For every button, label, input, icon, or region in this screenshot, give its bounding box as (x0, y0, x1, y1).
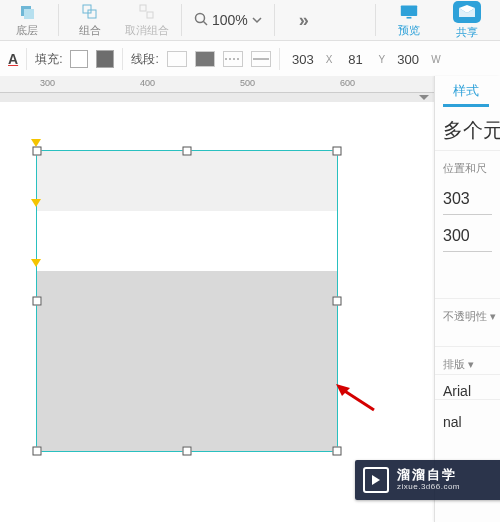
table-row[interactable] (37, 271, 337, 332)
size-w-input[interactable]: 300 (443, 221, 492, 252)
chevron-right-double-icon: » (299, 10, 309, 31)
preview-icon (400, 3, 418, 21)
group-button[interactable]: 组合 (63, 0, 117, 40)
line-style-dashed[interactable] (223, 51, 243, 67)
main-toolbar: 底层 组合 取消组合 100% » 预览 (0, 0, 500, 41)
ruler-tick: 600 (340, 78, 355, 88)
zoom-value: 100% (212, 12, 248, 28)
watermark-title: 溜溜自学 (397, 468, 460, 482)
section-typography-label[interactable]: 排版 ▾ (435, 346, 500, 374)
resize-handle[interactable] (33, 147, 42, 156)
selection-bounds[interactable] (36, 150, 338, 452)
svg-line-12 (340, 388, 374, 410)
row-marker-icon (31, 259, 41, 267)
resize-handle[interactable] (333, 447, 342, 456)
row-marker-icon (31, 199, 41, 207)
resize-handle[interactable] (33, 297, 42, 306)
send-to-back-button[interactable]: 底层 (0, 0, 54, 40)
fill-color-swatch[interactable] (96, 50, 114, 68)
fill-none-swatch[interactable] (70, 50, 88, 68)
table-row[interactable] (37, 391, 337, 451)
share-icon (453, 1, 481, 23)
share-button[interactable]: 共享 (438, 0, 496, 40)
svg-rect-2 (83, 5, 91, 13)
ruler-tick: 400 (140, 78, 155, 88)
watermark-subtitle: zixue.3d66.com (397, 483, 460, 492)
text-color-button[interactable]: A (8, 51, 18, 67)
table-row[interactable] (37, 211, 337, 272)
font-weight-value[interactable]: nal (435, 399, 500, 430)
x-label: X (326, 54, 333, 65)
toolbar-label: 底层 (16, 23, 38, 38)
resize-handle[interactable] (333, 147, 342, 156)
group-icon (81, 3, 99, 21)
chevron-down-icon (252, 12, 262, 28)
separator (375, 4, 376, 36)
w-label: W (431, 54, 440, 65)
line-style-thin[interactable] (251, 51, 271, 67)
style-panel: 样式 多个元 位置和尺 303 300 不透明性 ▾ 排版 ▾ Arial na… (434, 76, 500, 522)
ungroup-icon (138, 3, 156, 21)
line-style-none[interactable] (167, 51, 187, 67)
ruler-tick: 500 (240, 78, 255, 88)
ruler-tick: 300 (40, 78, 55, 88)
section-position-label[interactable]: 位置和尺 (435, 150, 500, 178)
table-row[interactable] (37, 331, 337, 392)
resize-handle[interactable] (183, 447, 192, 456)
separator (26, 48, 27, 70)
table-row[interactable] (37, 151, 337, 212)
svg-rect-9 (407, 16, 412, 18)
annotation-arrow-icon (336, 384, 376, 412)
separator (58, 4, 59, 36)
design-canvas[interactable] (0, 102, 435, 522)
toolbar-label: 组合 (79, 23, 101, 38)
toolbar-label: 共享 (456, 25, 478, 40)
svg-line-7 (203, 21, 207, 25)
line-style-solid[interactable] (195, 51, 215, 67)
selection-title: 多个元 (435, 107, 500, 150)
layer-back-icon (18, 3, 36, 21)
section-opacity-label[interactable]: 不透明性 ▾ (435, 298, 500, 326)
fill-label: 填充: (35, 51, 62, 68)
zoom-control[interactable]: 100% (186, 0, 270, 40)
toolbar-label: 取消组合 (125, 23, 169, 38)
watermark-badge: 溜溜自学 zixue.3d66.com (355, 460, 500, 500)
svg-rect-4 (140, 5, 146, 11)
tab-style[interactable]: 样式 (443, 76, 489, 107)
svg-rect-5 (147, 12, 153, 18)
svg-rect-8 (401, 5, 417, 16)
properties-bar: A 填充: 线段: 303 X 81 Y 300 W (0, 41, 500, 78)
canvas-area: 300 400 500 600 (0, 76, 435, 522)
svg-marker-13 (336, 384, 350, 396)
position-x-input[interactable]: 303 (443, 184, 492, 215)
preview-button[interactable]: 预览 (380, 0, 438, 40)
x-input[interactable]: 303 (288, 52, 318, 67)
input-value: 303 (443, 190, 492, 208)
play-icon (363, 467, 389, 493)
resize-handle[interactable] (33, 447, 42, 456)
separator (274, 4, 275, 36)
horizontal-ruler[interactable]: 300 400 500 600 (0, 76, 435, 93)
toolbar-label: 预览 (398, 23, 420, 38)
input-value: 300 (443, 227, 492, 245)
overflow-button[interactable]: » (279, 0, 371, 40)
w-input[interactable]: 300 (393, 52, 423, 67)
toolbar-right-actions: 预览 共享 (380, 0, 500, 40)
ungroup-button[interactable]: 取消组合 (117, 0, 177, 40)
line-label: 线段: (131, 51, 158, 68)
resize-handle[interactable] (183, 147, 192, 156)
svg-rect-3 (88, 10, 96, 18)
font-family-value[interactable]: Arial (435, 374, 500, 399)
spacer: » (279, 0, 371, 40)
resize-handle[interactable] (333, 297, 342, 306)
svg-marker-14 (372, 475, 380, 485)
zoom-icon (194, 12, 208, 29)
separator (279, 48, 280, 70)
y-label: Y (378, 54, 385, 65)
line-style-group (167, 51, 271, 67)
separator (181, 4, 182, 36)
y-input[interactable]: 81 (340, 52, 370, 67)
svg-rect-1 (24, 9, 34, 19)
separator (122, 48, 123, 70)
